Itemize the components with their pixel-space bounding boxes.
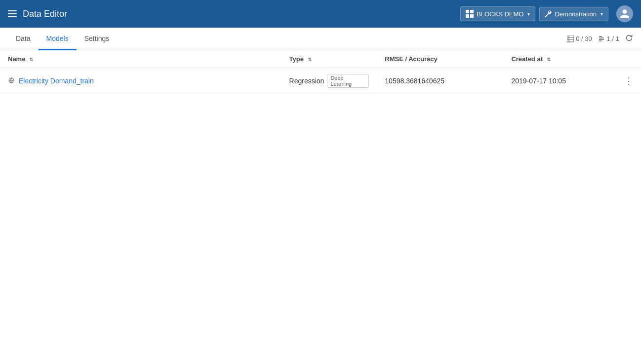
type-badge: Deep Learning [327, 74, 369, 88]
header-left: Data Editor [8, 9, 460, 19]
svg-rect-4 [567, 36, 573, 42]
hamburger-icon[interactable] [8, 10, 17, 17]
blocks-icon [466, 10, 474, 18]
svg-rect-2 [466, 14, 469, 18]
tab-models[interactable]: Models [39, 28, 77, 50]
header-right: BLOCKS DEMO ▾ Demonstration ▾ [460, 5, 633, 22]
table-header: Name ⇅ Type ⇅ RMSE / Accuracy Created at… [0, 50, 641, 68]
col-header-actions [616, 50, 641, 68]
refresh-icon[interactable] [625, 34, 633, 44]
model-link[interactable]: Electricity Demand_train [19, 77, 94, 85]
created-at-value: 2019-07-17 10:05 [511, 77, 566, 85]
tabs-bar: Data Models Settings 0 / 30 [0, 28, 641, 50]
col-header-type: Type ⇅ [281, 50, 377, 68]
row-type-cell: Regression Deep Learning [281, 68, 377, 94]
wrench-icon [545, 10, 552, 17]
row-actions-cell: ⋮ [616, 68, 641, 94]
table-body: Electricity Demand_train Regression Deep… [0, 68, 641, 94]
header: Data Editor BLOCKS DEMO ▾ Demonstration … [0, 0, 641, 28]
pages-icon [598, 36, 605, 42]
demonstration-label: Demonstration [555, 10, 597, 18]
tab-data[interactable]: Data [8, 28, 39, 50]
col-header-name: Name ⇅ [0, 50, 281, 68]
chevron-down-demo-icon: ▾ [601, 11, 603, 17]
tabs-right: 0 / 30 1 / 1 [567, 34, 633, 44]
type-text: Regression [289, 77, 324, 85]
type-container: Regression Deep Learning [289, 74, 369, 88]
pages-count: 1 / 1 [607, 35, 619, 42]
sort-created-icon[interactable]: ⇅ [547, 57, 551, 62]
rmse-value: 10598.3681640625 [385, 77, 444, 85]
grid-table-icon [567, 36, 574, 42]
row-rmse-cell: 10598.3681640625 [377, 68, 503, 94]
chevron-down-icon: ▾ [527, 11, 530, 17]
more-options-icon[interactable]: ⋮ [624, 76, 633, 86]
svg-rect-3 [470, 14, 474, 18]
blocks-demo-label: BLOCKS DEMO [477, 10, 523, 18]
blocks-demo-button[interactable]: BLOCKS DEMO ▾ [460, 6, 535, 21]
models-table: Name ⇅ Type ⇅ RMSE / Accuracy Created at… [0, 50, 641, 94]
rows-count-item: 0 / 30 [567, 35, 592, 42]
model-icon [8, 77, 15, 85]
table-row: Electricity Demand_train Regression Deep… [0, 68, 641, 94]
col-header-created: Created at ⇅ [503, 50, 616, 68]
sort-type-icon[interactable]: ⇅ [308, 57, 312, 62]
rows-count: 0 / 30 [576, 35, 592, 42]
tab-settings[interactable]: Settings [77, 28, 118, 50]
main-content: Name ⇅ Type ⇅ RMSE / Accuracy Created at… [0, 50, 641, 364]
demonstration-button[interactable]: Demonstration ▾ [539, 7, 608, 21]
svg-rect-1 [470, 10, 474, 13]
pages-count-item: 1 / 1 [598, 35, 619, 42]
col-header-rmse: RMSE / Accuracy [377, 50, 503, 68]
user-icon [619, 8, 630, 19]
app-title: Data Editor [23, 9, 67, 19]
model-name-container: Electricity Demand_train [8, 77, 274, 85]
row-created-cell: 2019-07-17 10:05 [503, 68, 616, 94]
sort-name-icon[interactable]: ⇅ [29, 57, 33, 62]
app-container: Data Editor BLOCKS DEMO ▾ Demonstration … [0, 0, 641, 364]
row-name-cell: Electricity Demand_train [0, 68, 281, 94]
svg-rect-0 [466, 10, 469, 13]
tabs-left: Data Models Settings [8, 28, 567, 50]
avatar[interactable] [616, 5, 633, 22]
